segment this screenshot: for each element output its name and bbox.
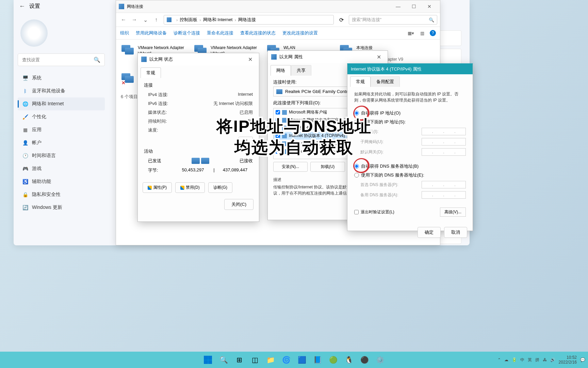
explorer-search[interactable]: 搜索"网络连接" 🔍 (349, 15, 437, 25)
auto-dns-radio[interactable]: 自动获得 DNS 服务器地址(B) (354, 162, 466, 171)
tray-volume-icon[interactable]: 🔊 (550, 357, 555, 362)
manual-dns-radio[interactable]: 使用下面的 DNS 服务器地址(E): (354, 171, 466, 180)
app-button[interactable]: 🐧 (342, 353, 356, 367)
widgets-button[interactable]: ◫ (248, 353, 262, 367)
manual-ip-radio-input[interactable] (354, 120, 359, 124)
ok-button[interactable]: 确定 (418, 227, 441, 238)
close-button[interactable]: ✕ (422, 2, 437, 11)
sidebar-icon: 🎮 (22, 166, 28, 171)
cancel-button[interactable]: 取消 (444, 227, 467, 238)
props-close[interactable]: ✕ (373, 53, 384, 61)
sidebar-item-label: 辅助功能 (32, 179, 51, 185)
item-checkbox[interactable] (276, 134, 280, 138)
minimize-button[interactable]: — (390, 2, 406, 11)
item-checkbox[interactable] (276, 110, 280, 114)
tray-network-icon[interactable]: 🖧 (543, 357, 547, 362)
sidebar-item-5[interactable]: 👤帐户 (18, 136, 105, 149)
sidebar-item-6[interactable]: 🕐时间和语言 (18, 149, 105, 162)
tray-battery[interactable]: 🔋 (512, 357, 517, 362)
help-icon[interactable]: ? (430, 30, 436, 36)
manual-dns-radio-input[interactable] (354, 173, 359, 178)
tb-disable[interactable]: 禁用此网络设备 (136, 30, 167, 36)
tab-general[interactable]: 常规 (141, 67, 161, 78)
item-checkbox[interactable] (276, 149, 280, 154)
tray-chevron[interactable]: ⌃ (497, 357, 501, 362)
breadcrumb-0[interactable]: 控制面板 (180, 17, 197, 23)
edge-button[interactable]: 🌀 (279, 353, 293, 367)
validate-checkbox[interactable] (354, 210, 359, 214)
taskbar: 🔍 ⊞ ◫ 📁 🌀 🟦 📘 🟢 🐧 ⚫ ⚙️ ⌃ ☁ 🔋 中 英 拼 🖧 🔊 1… (0, 352, 588, 368)
sidebar-item-10[interactable]: 🔄Windows 更新 (18, 201, 105, 214)
start-button[interactable] (201, 353, 215, 367)
notification-button[interactable]: 💬 (580, 357, 585, 362)
maximize-button[interactable]: ☐ (406, 2, 422, 11)
search-input[interactable] (22, 57, 94, 62)
protocol-icon (282, 118, 287, 123)
sidebar-item-9[interactable]: 🔒隐私和安全性 (18, 188, 105, 201)
tb-view-status[interactable]: 查看此连接的状态 (240, 30, 276, 36)
auto-dns-radio-input[interactable] (354, 164, 359, 169)
tab-general[interactable]: 常规 (350, 76, 371, 87)
item-checkbox[interactable] (276, 126, 280, 130)
sidebar-item-label: 时间和语言 (32, 153, 56, 159)
taskbar-clock[interactable]: 10:52 2022/2/16 (559, 355, 577, 365)
sidebar-item-7[interactable]: 🎮游戏 (18, 162, 105, 175)
auto-ip-radio[interactable]: 自动获得 IP 地址(O) (354, 109, 466, 118)
tb-change-settings[interactable]: 更改此连接的设置 (282, 30, 318, 36)
item-checkbox[interactable] (276, 141, 280, 146)
ipv4-titlebar: Internet 协议版本 4 (TCP/IPv4) 属性 (347, 64, 473, 74)
nav-dropdown[interactable]: ⌄ (141, 15, 150, 25)
tray-ime-2[interactable]: 英 (528, 357, 532, 363)
app-button[interactable]: 🟢 (326, 353, 340, 367)
manual-ip-radio[interactable]: 使用下面的 IP 地址(S): (354, 118, 466, 126)
nav-forward[interactable]: → (130, 15, 139, 25)
breadcrumb-2[interactable]: 网络连接 (238, 17, 256, 23)
sidebar-item-2[interactable]: 🌐网络和 Internet (18, 97, 105, 110)
app-button[interactable]: 🟦 (295, 353, 309, 367)
explorer-button[interactable]: 📁 (264, 353, 277, 367)
status-icon (141, 57, 147, 62)
preview-icon[interactable]: ▥ (418, 30, 426, 36)
tray-ime-3[interactable]: 拼 (535, 357, 539, 363)
back-button[interactable]: ← (19, 3, 25, 10)
item-checkbox[interactable] (276, 118, 280, 122)
breadcrumb-1[interactable]: 网络和 Internet (203, 17, 233, 23)
tb-diagnose[interactable]: 诊断这个连接 (174, 30, 200, 36)
activity-header: 活动 (144, 148, 253, 154)
sidebar-item-1[interactable]: ᛒ蓝牙和其他设备 (18, 85, 105, 97)
nav-up[interactable]: ↑ (151, 15, 161, 25)
auto-ip-radio-input[interactable] (354, 111, 359, 116)
sidebar-item-4[interactable]: ▦应用 (18, 123, 105, 136)
properties-button[interactable]: 属性(P) (143, 182, 172, 193)
tb-rename[interactable]: 重命名此连接 (207, 30, 233, 36)
advanced-button[interactable]: 高级(V)... (440, 208, 466, 217)
refresh-button[interactable]: ⟳ (337, 15, 346, 25)
status-close[interactable]: ✕ (245, 55, 256, 63)
disable-button[interactable]: 禁用(D) (175, 182, 205, 193)
task-view-button[interactable]: ⊞ (232, 353, 246, 367)
view-mode-icon[interactable]: ▦▾ (407, 30, 415, 36)
tab-sharing[interactable]: 共享 (291, 65, 311, 76)
uninstall-button[interactable]: 卸载(U) (310, 162, 345, 172)
nav-back[interactable]: ← (119, 15, 128, 25)
app-button[interactable]: 📘 (311, 353, 324, 367)
diagnose-button[interactable]: 诊断(G) (208, 182, 232, 193)
sidebar-item-0[interactable]: 🖥️系统 (18, 72, 105, 85)
sidebar-item-3[interactable]: 🖌️个性化 (18, 110, 105, 123)
app-button[interactable]: ⚫ (358, 353, 371, 367)
close-button[interactable]: 关闭(C) (224, 199, 254, 210)
tab-alternate[interactable]: 备用配置 (371, 76, 400, 87)
tray-cloud[interactable]: ☁ (504, 357, 508, 362)
install-button[interactable]: 安装(N)... (273, 162, 308, 172)
tray-ime-1[interactable]: 中 (520, 357, 524, 363)
gateway-input: ... (422, 148, 466, 156)
tb-organize[interactable]: 组织 (120, 30, 129, 36)
settings-button[interactable]: ⚙️ (373, 353, 387, 367)
tab-network[interactable]: 网络 (271, 65, 291, 76)
user-avatar[interactable] (20, 19, 48, 47)
settings-search[interactable]: 🔍 (18, 53, 105, 66)
search-button[interactable]: 🔍 (217, 353, 230, 367)
details-button[interactable]: 详 (239, 137, 253, 146)
address-bar[interactable]: › 控制面板 › 网络和 Internet › 网络连接 (164, 15, 334, 25)
sidebar-item-8[interactable]: ♿辅助功能 (18, 175, 105, 188)
